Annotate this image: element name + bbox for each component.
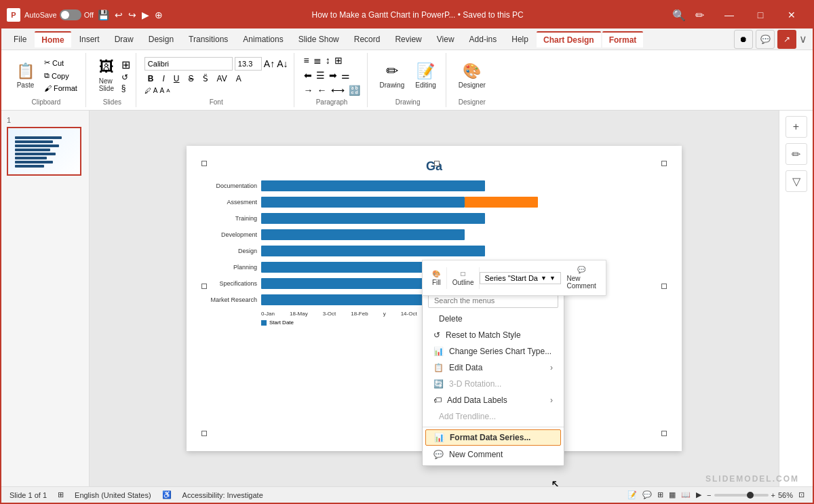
minimize-button[interactable]: —: [714, 1, 745, 28]
tab-view[interactable]: View: [430, 32, 461, 47]
font-size-larger[interactable]: A: [160, 87, 165, 94]
context-menu-new-comment[interactable]: 💬 New Comment: [423, 446, 564, 463]
tab-design[interactable]: Design: [142, 32, 180, 47]
indent-less-button[interactable]: ←: [316, 83, 328, 97]
comments-status-btn[interactable]: 💬: [642, 490, 652, 499]
more-icon[interactable]: ⊕: [155, 9, 163, 20]
designer-button[interactable]: 🎨 Designer: [454, 60, 490, 92]
columns-button[interactable]: ⊞: [333, 54, 344, 67]
tab-format[interactable]: Format: [602, 31, 644, 47]
present-icon[interactable]: ▶: [142, 9, 149, 20]
search-icon[interactable]: 🔍: [672, 9, 686, 22]
tab-draw[interactable]: Draw: [108, 32, 140, 47]
reset-icon[interactable]: ↺: [121, 73, 130, 82]
font-color-icon[interactable]: A: [153, 87, 158, 94]
chart-selection-top-center[interactable]: [434, 161, 440, 166]
tab-animations[interactable]: Animations: [236, 32, 290, 47]
view-reading-btn[interactable]: 📖: [681, 490, 691, 499]
indent-more-button[interactable]: →: [303, 83, 315, 97]
chart-selection-mid-left[interactable]: [201, 284, 207, 289]
highlight-icon[interactable]: 🖊: [144, 87, 151, 94]
close-button[interactable]: ✕: [776, 1, 807, 28]
font-decrease-icon[interactable]: A↓: [277, 58, 288, 69]
paste-button[interactable]: 📋 Paste: [12, 60, 39, 92]
right-panel-pen[interactable]: ✏: [786, 143, 807, 165]
fit-page-icon[interactable]: ⊡: [798, 490, 805, 499]
char-spacing-button[interactable]: AV: [214, 72, 231, 85]
format-painter-button[interactable]: 🖌 Format: [41, 83, 80, 94]
rtl-button[interactable]: ⟷: [330, 83, 346, 97]
layout-icon[interactable]: ⊞: [121, 58, 130, 71]
ribbon-collapse[interactable]: ∨: [799, 33, 807, 45]
context-menu-edit-data[interactable]: 📋 Edit Data ›: [423, 360, 564, 376]
tab-record[interactable]: Record: [347, 32, 387, 47]
notes-btn[interactable]: 📝: [627, 490, 637, 499]
zoom-slider[interactable]: [714, 494, 769, 497]
maximize-button[interactable]: □: [745, 1, 776, 28]
chart-selection-bot-right[interactable]: [661, 431, 667, 436]
font-color-button[interactable]: A: [233, 72, 245, 85]
justify-button[interactable]: ⚌: [340, 69, 351, 82]
fill-button[interactable]: 🎨 Fill: [427, 267, 447, 289]
drawing-button[interactable]: ✏ Drawing: [376, 60, 409, 92]
new-comment-toolbar-button[interactable]: 💬 NewComment: [561, 263, 601, 292]
cut-button[interactable]: ✂ Cut: [41, 57, 80, 69]
text-dir-button[interactable]: 🔡: [347, 83, 362, 97]
tab-review[interactable]: Review: [388, 32, 428, 47]
align-left-button[interactable]: ⬅: [303, 69, 313, 82]
context-menu-format-series[interactable]: 📊 Format Data Series...: [425, 429, 561, 446]
context-menu-delete[interactable]: Delete: [423, 311, 564, 327]
slide-thumbnail[interactable]: [7, 127, 81, 176]
copy-button[interactable]: ⧉ Copy: [41, 70, 80, 81]
section-icon[interactable]: §: [121, 83, 130, 93]
tab-addins[interactable]: Add-ins: [463, 32, 504, 47]
tab-file[interactable]: File: [7, 32, 33, 47]
outline-button[interactable]: □ Outline: [447, 267, 480, 289]
redo-icon[interactable]: ↪: [128, 9, 136, 20]
font-increase-icon[interactable]: A↑: [264, 58, 275, 69]
tab-slideshow[interactable]: Slide Show: [292, 32, 346, 47]
italic-button[interactable]: I: [159, 72, 168, 85]
pen-icon[interactable]: ✏: [695, 9, 704, 22]
tab-home[interactable]: Home: [35, 31, 71, 47]
context-menu-change-type[interactable]: 📊 Change Series Chart Type...: [423, 343, 564, 360]
chart-selection-mid-right[interactable]: [661, 284, 667, 289]
bullets-button[interactable]: ≡: [303, 54, 311, 67]
chart-selection-bot-left[interactable]: [201, 431, 207, 436]
font-size-input[interactable]: [235, 57, 262, 71]
series-dropdown[interactable]: Series "Start Da ▼: [480, 272, 561, 284]
shadow-button[interactable]: S̈: [199, 72, 212, 85]
autosave-toggle[interactable]: [60, 9, 81, 20]
right-panel-filter[interactable]: ▽: [786, 170, 807, 192]
tab-transitions[interactable]: Transitions: [182, 32, 235, 47]
tab-insert[interactable]: Insert: [73, 32, 106, 47]
context-menu-add-data-labels[interactable]: 🏷 Add Data Labels ›: [423, 392, 564, 408]
share-btn[interactable]: ↗: [777, 30, 796, 49]
font-name-input[interactable]: [144, 57, 233, 71]
new-slide-button[interactable]: 🖼 NewSlide: [94, 56, 119, 95]
chart-selection-top-left[interactable]: [201, 161, 207, 166]
chart-selection-top-right[interactable]: [661, 161, 667, 166]
view-slide-btn[interactable]: ▦: [669, 490, 676, 499]
zoom-in-icon[interactable]: +: [771, 491, 775, 499]
align-right-button[interactable]: ➡: [328, 69, 338, 82]
zoom-out-icon[interactable]: −: [707, 491, 711, 499]
save-icon[interactable]: 💾: [98, 9, 109, 20]
editing-button[interactable]: 📝 Editing: [411, 60, 440, 92]
align-center-button[interactable]: ☰: [315, 69, 326, 82]
right-panel-plus[interactable]: +: [786, 116, 807, 138]
font-size-smaller[interactable]: A: [166, 88, 170, 94]
comments-btn[interactable]: 💬: [756, 30, 775, 49]
line-spacing-button[interactable]: ↕: [324, 54, 332, 67]
underline-button[interactable]: U: [170, 72, 183, 85]
strikethrough-button[interactable]: S: [185, 72, 197, 85]
bold-button[interactable]: B: [144, 72, 157, 85]
context-menu-reset[interactable]: ↺ Reset to Match Style: [423, 327, 564, 343]
numbering-button[interactable]: ≣: [312, 54, 323, 67]
tab-chart-design[interactable]: Chart Design: [537, 31, 601, 47]
tab-help[interactable]: Help: [505, 32, 535, 47]
view-present-btn[interactable]: ▶: [696, 490, 701, 499]
record-btn[interactable]: ⏺: [734, 30, 753, 49]
view-normal-btn[interactable]: ⊞: [657, 490, 663, 499]
undo-icon[interactable]: ↩: [115, 9, 123, 20]
